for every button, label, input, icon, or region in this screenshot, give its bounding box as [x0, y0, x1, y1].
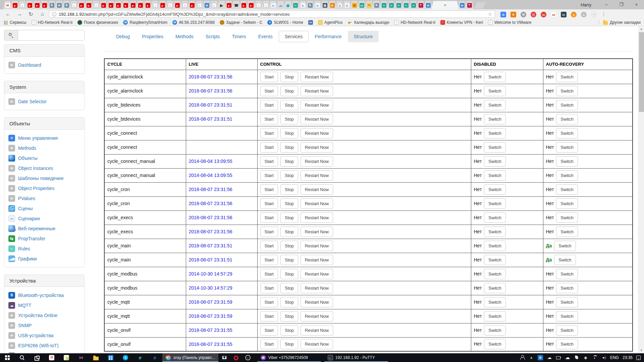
auto-recovery-switch-button[interactable]: Switch — [554, 255, 576, 265]
taskbar-start-button[interactable] — [0, 353, 15, 362]
taskbar-edge-button[interactable] — [148, 353, 162, 362]
restart-now-button[interactable]: Restart Now — [301, 198, 333, 209]
stop-button[interactable]: Stop — [280, 311, 298, 321]
browser-tab[interactable] — [417, 1, 425, 9]
taskbar-search-button[interactable] — [15, 353, 30, 362]
stop-button[interactable]: Stop — [280, 241, 298, 251]
browser-tab[interactable] — [328, 1, 336, 9]
sidebar-item-mqtt[interactable]: MQTT — [8, 300, 80, 310]
browser-tab[interactable] — [299, 1, 307, 9]
tray-cloud-up[interactable] — [547, 355, 552, 360]
live-timestamp-link[interactable]: 2018-08-07 23:31:51 — [189, 243, 232, 248]
live-timestamp-link[interactable]: 2014-08-04 13:09:55 — [189, 159, 232, 164]
live-timestamp-link[interactable]: 2018-08-07 23:31:56 — [189, 187, 232, 192]
stop-button[interactable]: Stop — [280, 255, 298, 265]
bookmark-item[interactable]: Задачи - Sellwin - C — [220, 20, 262, 25]
profile-name[interactable]: Harry — [581, 2, 591, 7]
browser-tab[interactable] — [99, 1, 108, 9]
live-timestamp-link[interactable]: 2018-08-07 23:31:59 — [189, 299, 232, 305]
browser-tab[interactable] — [225, 1, 233, 9]
live-timestamp-link[interactable]: 2018-08-07 23:31:56 — [189, 88, 232, 94]
auto-recovery-switch-button[interactable]: Switch — [556, 311, 578, 321]
back-icon[interactable]: ← — [5, 11, 11, 17]
restart-now-button[interactable]: Restart Now — [301, 269, 333, 279]
stop-button[interactable]: Stop — [280, 325, 298, 336]
browser-tab[interactable] — [107, 1, 115, 9]
sidebar-item-устройства-online[interactable]: Устройства Online — [8, 310, 80, 320]
browser-tab[interactable] — [424, 1, 432, 9]
start-button[interactable]: Start — [260, 114, 278, 124]
disabled-switch-button[interactable]: Switch — [484, 128, 505, 138]
bookmark-item[interactable]: SLW001 - Home — [267, 20, 303, 25]
bookmark-item[interactable]: Сервисы — [3, 20, 26, 25]
live-timestamp-link[interactable]: 2018-08-07 23:31:55 — [189, 342, 232, 347]
tab-services[interactable]: Services — [279, 31, 309, 42]
disabled-switch-button[interactable]: Switch — [484, 86, 505, 96]
stop-button[interactable]: Stop — [280, 72, 298, 82]
tray-battery[interactable] — [556, 355, 561, 361]
browser-tab[interactable] — [321, 1, 329, 9]
stop-button[interactable]: Stop — [280, 213, 298, 223]
start-button[interactable]: Start — [260, 156, 278, 167]
live-timestamp-link[interactable]: 2018-08-07 23:31:51 — [189, 116, 232, 122]
sidebar-item-object-properties[interactable]: Object Properties — [8, 183, 80, 193]
sidebar-item-dashboard[interactable]: Dashboard — [8, 60, 80, 70]
disabled-switch-button[interactable]: Switch — [484, 241, 505, 251]
bookmark-item[interactable]: RaspberrySmartHom — [123, 20, 167, 25]
taskbar-task-view-button[interactable] — [30, 353, 44, 362]
start-button[interactable]: Start — [260, 72, 278, 82]
taskbar-skype-button[interactable] — [118, 353, 133, 362]
browser-tab[interactable] — [402, 1, 410, 9]
browser-tab[interactable] — [343, 1, 351, 9]
browser-tab[interactable] — [313, 1, 322, 9]
browser-menu-icon[interactable]: ⋮ — [601, 11, 606, 17]
task-dial[interactable] — [242, 353, 254, 362]
browser-tab[interactable] — [358, 1, 366, 9]
restart-now-button[interactable]: Restart Now — [301, 170, 333, 181]
browser-tab[interactable] — [335, 1, 344, 9]
stop-button[interactable]: Stop — [280, 283, 298, 293]
task-viber[interactable]: Viber +375296724509 — [257, 353, 321, 362]
restart-now-button[interactable]: Restart Now — [301, 142, 333, 153]
browser-tab[interactable] — [394, 1, 403, 9]
disabled-switch-button[interactable]: Switch — [484, 170, 505, 181]
extension-target-red-icon[interactable] — [531, 11, 536, 17]
restart-now-button[interactable]: Restart Now — [301, 311, 333, 321]
stop-button[interactable]: Stop — [280, 170, 298, 181]
sidebar-item-шаблоны-поведения[interactable]: Шаблоны поведения — [8, 173, 80, 183]
start-button[interactable]: Start — [260, 339, 278, 349]
tab-events[interactable]: Events — [252, 31, 279, 42]
restart-now-button[interactable]: Restart Now — [301, 86, 333, 96]
tab-timers[interactable]: Timers — [226, 31, 252, 42]
browser-tab[interactable] — [254, 1, 263, 9]
sidebar-item-сценарии[interactable]: Сценарии — [8, 214, 80, 224]
browser-tab[interactable] — [40, 1, 49, 9]
home-icon[interactable]: ⌂ — [39, 11, 46, 17]
browser-tab[interactable] — [3, 1, 12, 9]
browser-tab[interactable] — [465, 1, 474, 9]
extension-compass-icon[interactable] — [591, 11, 597, 17]
sidebar-item-esp8266-wifi-iot[interactable]: ESP8266 (Wifi-IoT) — [8, 341, 80, 351]
auto-recovery-switch-button[interactable]: Switch — [556, 227, 578, 237]
browser-tab[interactable] — [114, 1, 122, 9]
start-button[interactable]: Start — [260, 269, 278, 279]
stop-button[interactable]: Stop — [280, 339, 298, 349]
bookmark-item[interactable]: Календарь выходн — [348, 20, 389, 25]
search-button[interactable] — [4, 30, 18, 40]
browser-tab[interactable] — [33, 1, 41, 9]
tab-properties[interactable]: Properties — [136, 31, 169, 42]
bookmark-item[interactable]: AgentPlus — [318, 20, 343, 25]
live-timestamp-link[interactable]: 2018-08-07 23:31:56 — [189, 74, 232, 79]
disabled-switch-button[interactable]: Switch — [484, 325, 505, 336]
browser-tab[interactable] — [48, 1, 56, 9]
extension-shopping-cart-icon[interactable] — [511, 11, 516, 17]
start-button[interactable]: Start — [260, 227, 278, 237]
other-bookmarks[interactable]: Другие закладки — [599, 20, 641, 25]
task-chrome[interactable]: xray (Панель управл... — [162, 353, 218, 362]
tray-cloud-solid[interactable] — [565, 355, 570, 360]
stop-button[interactable]: Stop — [280, 297, 298, 307]
bookmark-item[interactable]: HD-Network Real-ti — [32, 20, 72, 25]
auto-recovery-switch-button[interactable]: Switch — [556, 142, 578, 153]
browser-tab[interactable] — [136, 1, 145, 9]
stop-button[interactable]: Stop — [280, 100, 298, 110]
